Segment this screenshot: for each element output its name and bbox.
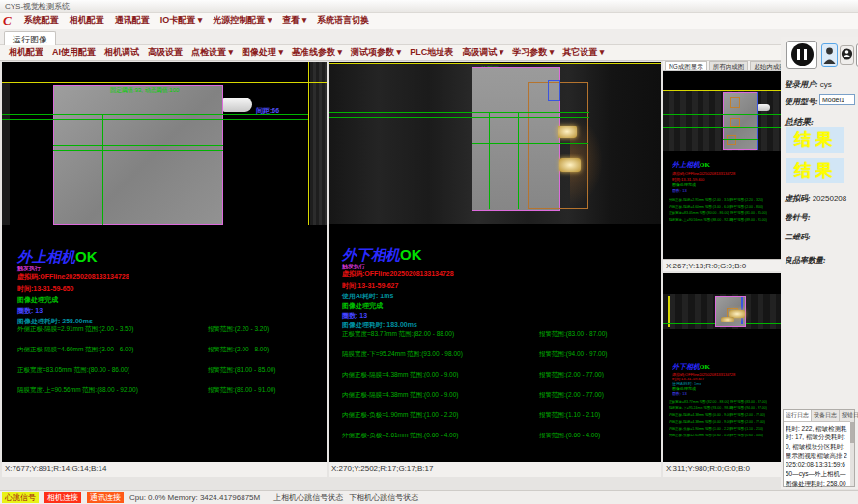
mini-alarm: 报警范围:(94.00 - 97.00) bbox=[730, 406, 767, 410]
center-ai-elapsed-text: 使用AI耗时: 1ms bbox=[342, 292, 393, 301]
measure-vline bbox=[102, 114, 103, 225]
toolbar-other-settings[interactable]: 其它设置 ▾ bbox=[562, 46, 604, 59]
mini-bottom-coord-bar: X:311;Y:980;R:0;G:0;B:0 bbox=[663, 462, 783, 477]
mini-tab-ng-image[interactable]: NG成图显示 bbox=[665, 61, 707, 70]
login-user-label: 登录用户: cys bbox=[785, 79, 832, 90]
good-rate-count-label: 良品率数量: bbox=[785, 255, 826, 266]
mini-top-title: 外上相机OK bbox=[672, 160, 710, 170]
toolbar-spot-check[interactable]: 点检设置 ▾ bbox=[191, 46, 233, 59]
measurement-value: 外侧正极-负极=2.61mm 范围:(0.60 - 4.00) bbox=[342, 432, 458, 440]
toolbar-plc-address[interactable]: PLC地址表 bbox=[410, 46, 453, 59]
mini-done: 图像处理完成 bbox=[672, 182, 696, 188]
alarm-range: 报警范围:(2.00 - 77.00) bbox=[539, 371, 604, 379]
mini-alarm: 报警范围:(89.00 - 91.00) bbox=[730, 217, 767, 222]
measurement-value: 正极宽度=83.77mm 范围:(82.00 - 88.00) bbox=[342, 330, 454, 339]
mini-ai-box bbox=[730, 118, 740, 127]
log-scrollbar[interactable] bbox=[850, 420, 854, 486]
log-tab-strip: 运行日志 设备日志 报错日志 bbox=[784, 410, 854, 422]
left-barcode-text: 虚拟码:OFFline20250208133134728 bbox=[17, 272, 129, 282]
user-dark-icon bbox=[841, 46, 853, 64]
mini-bottom-title: 外下相机OK bbox=[672, 362, 710, 372]
mini-ai-box bbox=[727, 135, 736, 145]
left-turns-text: 圈数: 13 bbox=[17, 306, 43, 316]
app-logo-icon: C bbox=[3, 14, 12, 29]
mini-bottom-viewport[interactable]: 外下相机OK 虚拟码:OFFline20250208133134728 时间:1… bbox=[663, 273, 783, 462]
measure-line bbox=[723, 139, 758, 140]
menu-comm-config[interactable]: 通讯配置 bbox=[115, 14, 150, 27]
roi-blue-box bbox=[548, 80, 560, 101]
mini-alarm: 报警范围:(2.00 - 77.00) bbox=[730, 419, 765, 424]
measurement-value: 内侧正极-隔膜=4.60mm 范围:(3.00 - 6.00) bbox=[17, 346, 133, 354]
model-input[interactable]: Model1 bbox=[819, 94, 855, 105]
left-done-text: 图像处理完成 bbox=[17, 295, 58, 305]
mini-barcode: 虚拟码:OFFline20250208133134728 bbox=[672, 171, 735, 177]
mini-alarm: 报警范围:(2.00 - 8.00) bbox=[730, 204, 763, 209]
center-turns-text: 圈数: 13 bbox=[342, 311, 367, 321]
menu-bar: C 系统配置 相机配置 通讯配置 IO卡配置 ▾ 光源控制配置 ▾ 查看 ▾ 系… bbox=[0, 13, 858, 29]
result-top-box: 结果 bbox=[786, 127, 844, 153]
menu-camera-config[interactable]: 相机配置 bbox=[70, 14, 104, 27]
toolbar-baseline-params[interactable]: 基准线参数 ▾ bbox=[292, 46, 342, 59]
menu-io-config[interactable]: IO卡配置 ▾ bbox=[160, 14, 203, 27]
log-tab-device[interactable]: 设备日志 bbox=[812, 410, 840, 421]
menu-system-config[interactable]: 系统配置 bbox=[24, 14, 59, 27]
pause-button[interactable] bbox=[786, 41, 817, 69]
control-panel: 登录用户: cys 使用型号: Model1 总结果: 结果 结果 虚拟码: 2… bbox=[781, 37, 858, 489]
mini-turns: 圈数: 13 bbox=[672, 188, 687, 194]
toolbar-test-params[interactable]: 测试项参数 ▾ bbox=[351, 46, 401, 59]
mini-top-viewport[interactable]: 外上相机OK 虚拟码:OFFline20250208133134728 时间:1… bbox=[663, 71, 783, 259]
log-text: 耗时: 222, 褶皱检测耗时: 17, 褶皱分类耗时: 0, 褶皱模块分区耗时… bbox=[784, 422, 854, 489]
alarm-range: 报警范围:(81.00 - 85.00) bbox=[208, 366, 275, 375]
alarm-range: 报警范围:(94.00 - 97.00) bbox=[539, 350, 607, 359]
measure-line bbox=[663, 294, 783, 294]
mini-measurement: 内侧正极-隔膜=4.60mm 范围:(3.00 - 6.00) bbox=[669, 204, 731, 209]
user-button-selected[interactable] bbox=[821, 43, 838, 67]
bright-feature bbox=[559, 158, 581, 172]
result-bottom-box: 结果 bbox=[786, 158, 844, 183]
measurement-value: 隔膜宽度-上=90.56mm 范围:(88.00 - 92.00) bbox=[17, 386, 138, 395]
mini-alarm: 报警范围:(1.10 - 2.10) bbox=[730, 426, 763, 431]
mini-tab-all-images[interactable]: 所有内成图 bbox=[709, 61, 749, 70]
alarm-range: 报警范围:(2.00 - 77.00) bbox=[539, 391, 604, 400]
camera-connect-badge: 相机连接 bbox=[44, 492, 81, 503]
mini-top-coord-bar: X:267;Y:13;R:0;G:0;B:0 bbox=[663, 259, 783, 271]
menu-view[interactable]: 查看 ▾ bbox=[282, 14, 306, 27]
left-scene-edge bbox=[2, 83, 10, 225]
measure-line bbox=[663, 127, 783, 128]
log-tab-error[interactable]: 报错日志 bbox=[840, 410, 858, 421]
toolbar-advanced-settings[interactable]: 高级设置 bbox=[148, 46, 183, 59]
mini-tab-strip: NG成图显示 所有内成图 起始内成图 bbox=[663, 61, 783, 71]
mini-measurement: 外侧正极-隔膜=2.91mm 范围:(2.00 - 3.50) bbox=[669, 197, 731, 202]
status-bar: 心跳信号 相机连接 通讯连接 Cpu: 0.0% Memory: 3424.41… bbox=[0, 490, 858, 504]
measure-line bbox=[2, 119, 308, 120]
alarm-range: 报警范围:(83.00 - 87.00) bbox=[539, 330, 607, 339]
alarm-range: 报警范围:(0.60 - 4.00) bbox=[539, 432, 600, 440]
alarm-range: 报警范围:(1.10 - 2.10) bbox=[539, 411, 600, 420]
toolbar-image-processing[interactable]: 图像处理 ▾ bbox=[242, 46, 283, 59]
left-camera-viewport[interactable]: 固定阈值:93, 动态阈值:100 间距:66 外上相机OK 触发执行 虚拟码:… bbox=[2, 62, 327, 462]
toolbar-advanced-debug[interactable]: 高级调试 ▾ bbox=[462, 46, 503, 59]
needle-number-label: 卷针号: bbox=[785, 212, 811, 223]
model-label: 使用型号: bbox=[785, 97, 818, 107]
toolbar-camera-debug[interactable]: 相机调试 bbox=[104, 46, 139, 59]
user-icon bbox=[822, 44, 837, 66]
left-camera-image bbox=[53, 85, 223, 225]
toolbar-camera-config[interactable]: 相机配置 bbox=[9, 46, 43, 59]
menu-light-config[interactable]: 光源控制配置 ▾ bbox=[213, 14, 272, 27]
bright-feature bbox=[558, 126, 577, 138]
heartbeat-badge: 心跳信号 bbox=[2, 492, 39, 503]
center-camera-viewport[interactable]: AI检测框 外下相机OK 触发执行 虚拟码:OFFline20250208133… bbox=[329, 62, 661, 462]
user-button-dark[interactable] bbox=[840, 45, 854, 65]
toolbar-learning-params[interactable]: 学习参数 ▾ bbox=[512, 46, 554, 59]
log-box: 运行日志 设备日志 报错日志 耗时: 222, 褶皱检测耗时: 17, 褶皱分类… bbox=[783, 409, 855, 487]
mini-clip-object bbox=[758, 104, 770, 111]
mini-turns: 圈数: 13 bbox=[672, 391, 687, 397]
measure-line bbox=[329, 117, 589, 118]
toolbar-ai-usage-config[interactable]: AI使用配置 bbox=[52, 46, 96, 59]
measure-line bbox=[53, 145, 223, 146]
menu-language-switch[interactable]: 系统语言切换 bbox=[317, 14, 369, 27]
measurement-value: 内侧正极-隔膜=4.38mm 范围:(0.00 - 9.00) bbox=[342, 371, 458, 379]
measurement-value: 内侧正极-负极=1.90mm 范围:(1.00 - 2.20) bbox=[342, 411, 458, 420]
center-barcode-text: 虚拟码:OFFline20250208133134728 bbox=[342, 269, 454, 279]
log-tab-run[interactable]: 运行日志 bbox=[784, 410, 812, 421]
